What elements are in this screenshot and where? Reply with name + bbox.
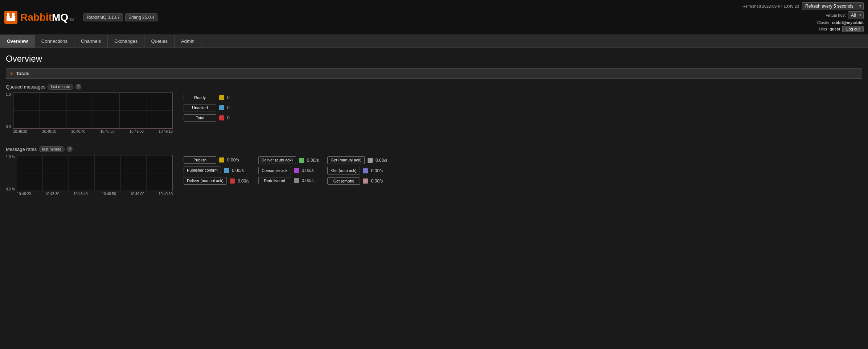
- vhost-label: Virtual host: [826, 13, 846, 17]
- unacked-color-box: [219, 105, 224, 110]
- legend-item-get-auto: Get (auto ack) 0.00/s: [327, 167, 387, 174]
- svg-rect-5: [9, 18, 13, 21]
- vhost-select-wrapper[interactable]: All: [848, 11, 864, 19]
- legend-btn-get-auto[interactable]: Get (auto ack): [327, 167, 360, 174]
- message-rates-help-icon[interactable]: ?: [67, 146, 73, 152]
- rabbitmq-version-badge: RabbitMQ 3.10.7: [83, 13, 123, 21]
- publisher-confirm-color-box: [224, 168, 229, 173]
- message-rates-section: Message rates last minute ? 1.0 /s 0.0 /…: [6, 146, 862, 196]
- unacked-value: 0: [227, 105, 230, 110]
- svg-rect-0: [4, 11, 17, 24]
- queued-messages-label: Queued messages: [6, 84, 45, 90]
- page-title: Overview: [6, 54, 862, 64]
- queued-messages-period[interactable]: last minute: [48, 84, 73, 90]
- queued-messages-legend: Ready 0 Unacked 0 Total 0: [184, 93, 230, 122]
- consumer-ack-color-box: [294, 168, 299, 173]
- tab-admin[interactable]: Admin: [175, 35, 201, 48]
- totals-section-header[interactable]: ▼ Totals: [6, 68, 862, 79]
- publisher-confirm-value: 0.00/s: [232, 168, 244, 173]
- legend-btn-get-empty[interactable]: Get (empty): [327, 177, 360, 185]
- get-manual-color-box: [368, 158, 373, 163]
- refresh-row: Refreshed 2022-09-07 10:49:23 Refresh ev…: [742, 2, 864, 10]
- legend-btn-consumer-ack[interactable]: Consumer ack: [258, 167, 291, 174]
- user-value: guest: [830, 27, 840, 31]
- rates-chart-y-axis: 1.0 /s 0.0 /s: [6, 155, 15, 191]
- publish-color-box: [219, 157, 224, 163]
- cluster-label: Cluster: [817, 20, 830, 25]
- legend-item-deliver-auto: Deliver (auto ack) 0.00/s: [258, 156, 319, 164]
- logo-area: RabbitMQTM RabbitMQ 3.10.7 Erlang 25.0.4: [4, 11, 157, 24]
- legend-btn-get-manual[interactable]: Get (manual ack): [327, 156, 364, 164]
- rates-col-3: Get (manual ack) 0.00/s Get (auto ack) 0…: [327, 156, 387, 185]
- legend-item-unacked: Unacked 0: [184, 104, 230, 111]
- message-rates-chart: 10:48:20 10:48:30 10:48:40 10:48:50 10:4…: [17, 155, 173, 196]
- main-content: Overview ▼ Totals Queued messages last m…: [0, 48, 868, 209]
- rates-legend: Publish 0.00/s Publisher confirm 0.00/s …: [184, 155, 388, 185]
- svg-rect-4: [12, 13, 15, 17]
- message-rates-label-row: Message rates last minute ?: [6, 146, 862, 152]
- vhost-select[interactable]: All: [848, 11, 864, 19]
- get-auto-value: 0.00/s: [371, 168, 383, 173]
- legend-item-get-manual: Get (manual ack) 0.00/s: [327, 156, 387, 164]
- user-row: User guest Log out: [819, 26, 864, 32]
- legend-item-total: Total 0: [184, 114, 230, 122]
- legend-btn-deliver-auto[interactable]: Deliver (auto ack): [258, 156, 296, 164]
- message-rates-period[interactable]: last minute: [39, 146, 65, 152]
- nav-bar: Overview Connections Channels Exchanges …: [0, 35, 868, 48]
- legend-item-consumer-ack: Consumer ack 0.00/s: [258, 167, 319, 174]
- legend-btn-total[interactable]: Total: [184, 114, 216, 122]
- top-bar: RabbitMQTM RabbitMQ 3.10.7 Erlang 25.0.4…: [0, 0, 868, 35]
- tab-queues[interactable]: Queues: [144, 35, 175, 48]
- user-label: User: [819, 27, 827, 31]
- queued-chart-x-labels: 10:48:20 10:48:30 10:48:40 10:48:50 10:4…: [13, 130, 173, 134]
- totals-arrow-icon: ▼: [9, 71, 14, 76]
- queued-messages-label-row: Queued messages last minute ?: [6, 84, 862, 90]
- deliver-manual-color-box: [230, 178, 235, 184]
- queued-messages-chart: 10:48:20 10:48:30 10:48:40 10:48:50 10:4…: [13, 93, 173, 134]
- queued-messages-chart-section: 1.0 0.0: [6, 93, 862, 134]
- legend-item-deliver-manual: Deliver (manual ack) 0.00/s: [184, 177, 250, 185]
- redelivered-color-box: [294, 178, 299, 183]
- legend-item-redelivered: Redelivered 0.00/s: [258, 177, 319, 184]
- deliver-manual-value: 0.00/s: [238, 178, 250, 184]
- cluster-row: Cluster rabbit@myrabbit: [817, 20, 864, 25]
- legend-btn-redelivered[interactable]: Redelivered: [258, 177, 291, 184]
- rates-col-2: Deliver (auto ack) 0.00/s Consumer ack 0…: [258, 156, 319, 184]
- legend-item-ready: Ready 0: [184, 94, 230, 101]
- tab-exchanges[interactable]: Exchanges: [108, 35, 144, 48]
- logout-button[interactable]: Log out: [842, 26, 864, 32]
- totals-section-title: Totals: [16, 71, 29, 76]
- total-value: 0: [227, 115, 230, 120]
- total-color-box: [219, 115, 224, 120]
- refresh-select[interactable]: Refresh every 5 seconds Refresh every 10…: [802, 2, 864, 10]
- queued-messages-help-icon[interactable]: ?: [75, 84, 81, 90]
- logo-rabbit: Rabbit: [20, 12, 52, 23]
- tab-connections[interactable]: Connections: [35, 35, 74, 48]
- legend-btn-publish[interactable]: Publish: [184, 156, 216, 164]
- rates-col-1: Publish 0.00/s Publisher confirm 0.00/s …: [184, 156, 250, 185]
- legend-btn-unacked[interactable]: Unacked: [184, 104, 216, 111]
- legend-btn-deliver-manual[interactable]: Deliver (manual ack): [184, 177, 227, 185]
- get-empty-color-box: [363, 178, 368, 184]
- get-manual-value: 0.00/s: [376, 158, 388, 163]
- logo-tm: TM: [69, 18, 74, 21]
- version-badges: RabbitMQ 3.10.7 Erlang 25.0.4: [83, 13, 157, 21]
- deliver-auto-value: 0.00/s: [307, 158, 319, 163]
- redelivered-value: 0.00/s: [302, 178, 314, 183]
- message-rates-chart-section: 1.0 /s 0.0 /s: [6, 155, 862, 196]
- tab-channels[interactable]: Channels: [74, 35, 108, 48]
- rabbit-icon: [4, 11, 17, 24]
- refresh-select-wrapper[interactable]: Refresh every 5 seconds Refresh every 10…: [802, 2, 864, 10]
- legend-item-get-empty: Get (empty) 0.00/s: [327, 177, 387, 185]
- legend-item-publish: Publish 0.00/s: [184, 156, 250, 164]
- divider-1: [6, 141, 862, 141]
- legend-btn-publisher-confirm[interactable]: Publisher confirm: [184, 167, 221, 174]
- get-empty-value: 0.00/s: [371, 178, 383, 184]
- tab-overview[interactable]: Overview: [0, 35, 35, 48]
- deliver-auto-color-box: [299, 158, 304, 163]
- ready-color-box: [219, 95, 224, 100]
- svg-rect-3: [7, 13, 9, 17]
- legend-item-publisher-confirm: Publisher confirm 0.00/s: [184, 167, 250, 174]
- queued-messages-chart-container: 1.0 0.0: [6, 93, 173, 134]
- legend-btn-ready[interactable]: Ready: [184, 94, 216, 101]
